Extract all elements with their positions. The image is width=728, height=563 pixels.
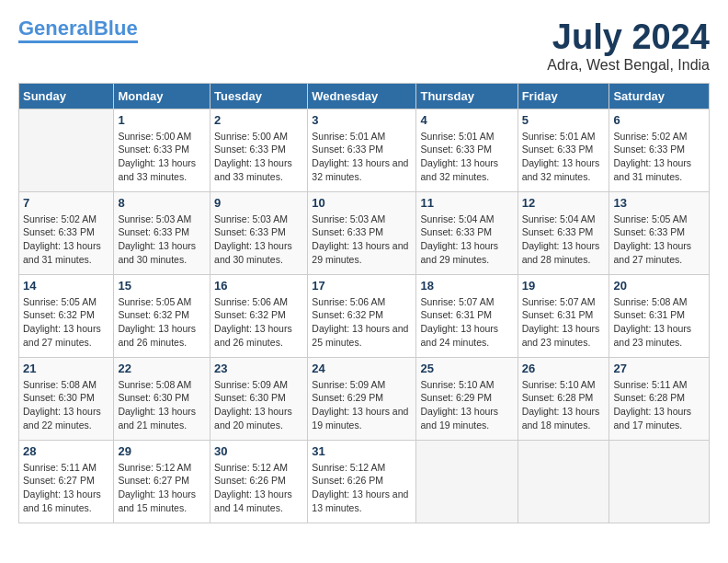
calendar-cell: 13Sunrise: 5:05 AMSunset: 6:33 PMDayligh… (609, 191, 710, 274)
day-info: Sunrise: 5:12 AMSunset: 6:27 PMDaylight:… (118, 461, 206, 515)
calendar-cell: 3Sunrise: 5:01 AMSunset: 6:33 PMDaylight… (308, 109, 416, 191)
week-row-3: 14Sunrise: 5:05 AMSunset: 6:32 PMDayligh… (19, 274, 710, 357)
day-info: Sunrise: 5:02 AMSunset: 6:33 PMDaylight:… (23, 213, 109, 267)
week-row-5: 28Sunrise: 5:11 AMSunset: 6:27 PMDayligh… (19, 440, 710, 523)
calendar-cell: 7Sunrise: 5:02 AMSunset: 6:33 PMDaylight… (19, 191, 114, 274)
logo-underline (18, 40, 138, 43)
day-number: 23 (214, 362, 303, 375)
week-row-1: 1Sunrise: 5:00 AMSunset: 6:33 PMDaylight… (19, 109, 710, 191)
calendar-cell: 17Sunrise: 5:06 AMSunset: 6:32 PMDayligh… (308, 274, 416, 357)
calendar-cell (416, 440, 518, 523)
day-number: 16 (214, 279, 303, 293)
day-number: 31 (312, 444, 412, 458)
day-info: Sunrise: 5:08 AMSunset: 6:30 PMDaylight:… (118, 378, 206, 432)
day-number: 18 (420, 279, 513, 293)
day-info: Sunrise: 5:11 AMSunset: 6:28 PMDaylight:… (613, 378, 705, 432)
page-header: GeneralBlue July 2024 Adra, West Bengal,… (18, 18, 710, 74)
calendar-cell (19, 109, 114, 191)
calendar-cell: 27Sunrise: 5:11 AMSunset: 6:28 PMDayligh… (609, 357, 710, 440)
day-number: 6 (613, 113, 705, 127)
calendar-cell: 10Sunrise: 5:03 AMSunset: 6:33 PMDayligh… (308, 191, 416, 274)
column-header-wednesday: Wednesday (308, 83, 416, 109)
calendar-cell: 19Sunrise: 5:07 AMSunset: 6:31 PMDayligh… (518, 274, 609, 357)
column-header-tuesday: Tuesday (210, 83, 308, 109)
header-row: SundayMondayTuesdayWednesdayThursdayFrid… (19, 83, 710, 109)
column-header-monday: Monday (114, 83, 210, 109)
day-number: 17 (312, 279, 412, 293)
logo-general: General (18, 17, 94, 40)
day-number: 1 (118, 113, 206, 127)
day-info: Sunrise: 5:11 AMSunset: 6:27 PMDaylight:… (23, 461, 109, 515)
calendar-cell: 8Sunrise: 5:03 AMSunset: 6:33 PMDaylight… (114, 191, 210, 274)
day-number: 19 (522, 279, 606, 293)
calendar-cell: 4Sunrise: 5:01 AMSunset: 6:33 PMDaylight… (416, 109, 518, 191)
calendar-cell (609, 440, 710, 523)
calendar-cell: 21Sunrise: 5:08 AMSunset: 6:30 PMDayligh… (19, 357, 114, 440)
day-number: 24 (312, 362, 412, 375)
calendar-cell: 29Sunrise: 5:12 AMSunset: 6:27 PMDayligh… (114, 440, 210, 523)
day-info: Sunrise: 5:08 AMSunset: 6:30 PMDaylight:… (23, 378, 109, 432)
logo-blue: Blue (94, 17, 138, 40)
day-number: 25 (420, 362, 513, 375)
calendar-cell: 26Sunrise: 5:10 AMSunset: 6:28 PMDayligh… (518, 357, 609, 440)
column-header-sunday: Sunday (19, 83, 114, 109)
day-info: Sunrise: 5:02 AMSunset: 6:33 PMDaylight:… (613, 130, 705, 184)
calendar-cell: 20Sunrise: 5:08 AMSunset: 6:31 PMDayligh… (609, 274, 710, 357)
calendar-cell: 25Sunrise: 5:10 AMSunset: 6:29 PMDayligh… (416, 357, 518, 440)
day-info: Sunrise: 5:07 AMSunset: 6:31 PMDaylight:… (522, 295, 606, 350)
day-number: 15 (118, 279, 206, 293)
calendar-cell: 23Sunrise: 5:09 AMSunset: 6:30 PMDayligh… (210, 357, 308, 440)
day-number: 21 (23, 362, 109, 375)
day-info: Sunrise: 5:04 AMSunset: 6:33 PMDaylight:… (420, 213, 513, 267)
calendar-cell: 9Sunrise: 5:03 AMSunset: 6:33 PMDaylight… (210, 191, 308, 274)
day-number: 20 (613, 279, 705, 293)
day-info: Sunrise: 5:12 AMSunset: 6:26 PMDaylight:… (312, 461, 412, 515)
calendar-cell: 16Sunrise: 5:06 AMSunset: 6:32 PMDayligh… (210, 274, 308, 357)
location: Adra, West Bengal, India (547, 57, 710, 74)
day-number: 13 (613, 196, 705, 210)
day-number: 12 (522, 196, 606, 210)
calendar-cell: 11Sunrise: 5:04 AMSunset: 6:33 PMDayligh… (416, 191, 518, 274)
column-header-thursday: Thursday (416, 83, 518, 109)
day-number: 22 (118, 362, 206, 375)
day-number: 9 (214, 196, 303, 210)
day-info: Sunrise: 5:09 AMSunset: 6:30 PMDaylight:… (214, 378, 303, 432)
day-number: 28 (23, 444, 109, 458)
calendar-cell: 18Sunrise: 5:07 AMSunset: 6:31 PMDayligh… (416, 274, 518, 357)
day-info: Sunrise: 5:05 AMSunset: 6:32 PMDaylight:… (118, 295, 206, 350)
day-info: Sunrise: 5:05 AMSunset: 6:33 PMDaylight:… (613, 213, 705, 267)
column-header-friday: Friday (518, 83, 609, 109)
calendar-cell: 6Sunrise: 5:02 AMSunset: 6:33 PMDaylight… (609, 109, 710, 191)
day-info: Sunrise: 5:06 AMSunset: 6:32 PMDaylight:… (312, 295, 412, 350)
day-number: 30 (214, 444, 303, 458)
calendar-cell (518, 440, 609, 523)
day-info: Sunrise: 5:03 AMSunset: 6:33 PMDaylight:… (312, 213, 412, 267)
calendar-cell: 1Sunrise: 5:00 AMSunset: 6:33 PMDaylight… (114, 109, 210, 191)
day-info: Sunrise: 5:08 AMSunset: 6:31 PMDaylight:… (613, 295, 705, 350)
day-info: Sunrise: 5:01 AMSunset: 6:33 PMDaylight:… (312, 130, 412, 184)
day-info: Sunrise: 5:01 AMSunset: 6:33 PMDaylight:… (522, 130, 606, 184)
day-info: Sunrise: 5:10 AMSunset: 6:28 PMDaylight:… (522, 378, 606, 432)
calendar-cell: 22Sunrise: 5:08 AMSunset: 6:30 PMDayligh… (114, 357, 210, 440)
day-number: 10 (312, 196, 412, 210)
month-year: July 2024 (547, 18, 710, 57)
day-info: Sunrise: 5:00 AMSunset: 6:33 PMDaylight:… (118, 130, 206, 184)
day-info: Sunrise: 5:00 AMSunset: 6:33 PMDaylight:… (214, 130, 303, 184)
day-number: 11 (420, 196, 513, 210)
day-info: Sunrise: 5:09 AMSunset: 6:29 PMDaylight:… (312, 378, 412, 432)
calendar-cell: 2Sunrise: 5:00 AMSunset: 6:33 PMDaylight… (210, 109, 308, 191)
calendar-cell: 30Sunrise: 5:12 AMSunset: 6:26 PMDayligh… (210, 440, 308, 523)
day-info: Sunrise: 5:04 AMSunset: 6:33 PMDaylight:… (522, 213, 606, 267)
day-info: Sunrise: 5:12 AMSunset: 6:26 PMDaylight:… (214, 461, 303, 515)
calendar-cell: 31Sunrise: 5:12 AMSunset: 6:26 PMDayligh… (308, 440, 416, 523)
day-number: 3 (312, 113, 412, 127)
week-row-4: 21Sunrise: 5:08 AMSunset: 6:30 PMDayligh… (19, 357, 710, 440)
day-info: Sunrise: 5:03 AMSunset: 6:33 PMDaylight:… (118, 213, 206, 267)
calendar-cell: 24Sunrise: 5:09 AMSunset: 6:29 PMDayligh… (308, 357, 416, 440)
day-number: 5 (522, 113, 606, 127)
day-number: 14 (23, 279, 109, 293)
logo: GeneralBlue (18, 18, 138, 43)
calendar-cell: 14Sunrise: 5:05 AMSunset: 6:32 PMDayligh… (19, 274, 114, 357)
calendar-table: SundayMondayTuesdayWednesdayThursdayFrid… (18, 83, 710, 523)
day-number: 4 (420, 113, 513, 127)
